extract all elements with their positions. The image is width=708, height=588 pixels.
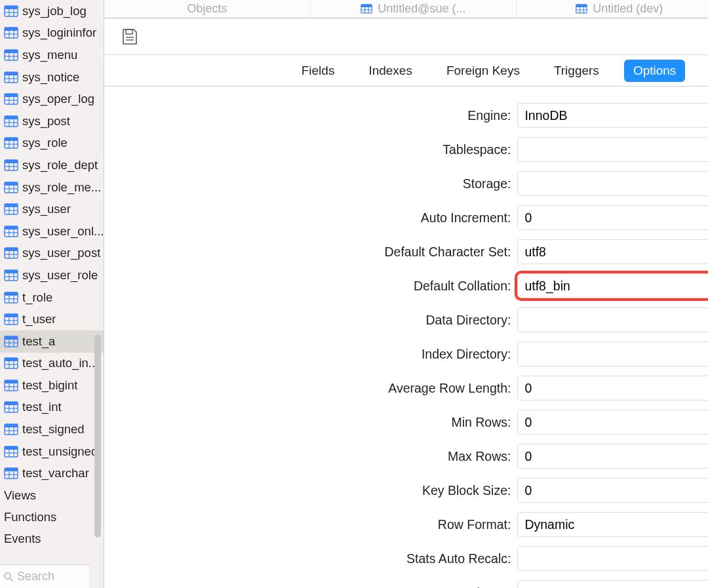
sidebar-table-t_role[interactable]: t_role	[0, 286, 104, 309]
form-row: Default Collation:	[104, 269, 708, 303]
select-default-character-set[interactable]	[517, 239, 708, 264]
sidebar-category-views[interactable]: Views	[0, 484, 104, 506]
select-stats-auto-recalc[interactable]	[517, 546, 708, 571]
search-placeholder: Search	[17, 570, 54, 583]
svg-rect-31	[5, 138, 18, 141]
field-input[interactable]	[518, 104, 708, 127]
table-icon	[4, 203, 18, 215]
table-label: sys_user_onl...	[22, 224, 104, 239]
field-input[interactable]	[518, 308, 708, 332]
field-input[interactable]	[518, 547, 708, 570]
sidebar-table-sys_role_me-[interactable]: sys_role_me...	[0, 176, 104, 199]
sidebar-search[interactable]: Search	[0, 564, 89, 588]
select-default-collation[interactable]	[517, 273, 708, 298]
sidebar-table-sys_user[interactable]: sys_user	[0, 198, 104, 220]
sidebar-table-sys_user_post[interactable]: sys_user_post	[0, 243, 104, 265]
sidebar-category-events[interactable]: Events	[0, 528, 104, 544]
field-input[interactable]	[518, 479, 708, 502]
table-icon	[4, 93, 18, 105]
table-label: test_bigint	[22, 378, 77, 393]
select-engine[interactable]	[517, 103, 708, 128]
table-icon	[4, 49, 18, 61]
form-row: Average Row Length:	[104, 371, 708, 405]
input-data-directory[interactable]	[517, 307, 708, 332]
select-row-format[interactable]	[517, 512, 708, 537]
svg-rect-66	[5, 292, 18, 296]
sidebar-table-test_signed[interactable]: test_signed	[0, 418, 104, 441]
field-label: Stats Auto Recalc:	[104, 551, 517, 566]
subtab-foreign-keys[interactable]: Foreign Keys	[437, 60, 529, 82]
subtab-indexes[interactable]: Indexes	[359, 60, 422, 82]
sidebar-table-sys_user_onl-[interactable]: sys_user_onl...	[0, 220, 104, 243]
sidebar-category-functions[interactable]: Functions	[0, 506, 104, 528]
sidebar-table-test_int[interactable]: test_int	[0, 397, 104, 419]
subtab-fields[interactable]: Fields	[292, 60, 344, 82]
subtab-options[interactable]: Options	[624, 60, 685, 82]
field-input[interactable]	[518, 410, 708, 434]
sidebar-table-sys_role_dept[interactable]: sys_role_dept	[0, 154, 104, 176]
input-key-block-size[interactable]	[517, 478, 708, 503]
search-icon	[3, 571, 14, 583]
input-average-row-length[interactable]	[517, 376, 708, 401]
table-label: test_signed	[22, 422, 85, 437]
sidebar-table-test_a[interactable]: test_a	[0, 330, 104, 353]
sidebar-table-sys_menu[interactable]: sys_menu	[0, 44, 104, 66]
field-input[interactable]	[518, 581, 708, 588]
editor-toolbar	[104, 18, 708, 55]
subtab-triggers[interactable]: Triggers	[545, 60, 608, 82]
svg-rect-113	[361, 5, 372, 7]
sidebar-table-sys_job_log[interactable]: sys_job_log	[0, 0, 104, 22]
subtab-commen[interactable]: Commen	[701, 60, 708, 82]
sidebar-table-sys_notice[interactable]: sys_notice	[0, 66, 104, 88]
sidebar-table-test_varchar[interactable]: test_varchar	[0, 462, 104, 484]
sidebar-table-sys_user_role[interactable]: sys_user_role	[0, 264, 104, 286]
field-input[interactable]	[518, 274, 708, 298]
svg-rect-6	[5, 28, 18, 31]
table-label: test_auto_in...	[22, 356, 98, 370]
field-input[interactable]	[518, 444, 708, 468]
sidebar-scrollbar[interactable]	[94, 334, 101, 538]
input-max-rows[interactable]	[517, 444, 708, 469]
field-label: Data Directory:	[104, 313, 517, 328]
table-icon	[4, 5, 18, 17]
field-input[interactable]	[518, 240, 708, 264]
form-row: Min Rows:	[104, 405, 708, 439]
select-storage[interactable]	[517, 171, 708, 196]
sidebar-table-sys_post[interactable]: sys_post	[0, 110, 104, 132]
table-label: sys_job_log	[22, 4, 87, 18]
field-input[interactable]	[518, 513, 708, 536]
input-index-directory[interactable]	[517, 342, 708, 366]
table-icon	[4, 159, 18, 171]
form-row: Max Rows:	[104, 439, 708, 473]
field-input[interactable]	[518, 342, 708, 366]
select-tablespace[interactable]	[517, 137, 708, 162]
form-row: Key Block Size:	[104, 473, 708, 507]
table-icon	[4, 380, 18, 391]
table-label: sys_user_post	[22, 246, 100, 260]
sidebar-table-test_unsigned[interactable]: test_unsigned	[0, 441, 104, 463]
svg-rect-101	[5, 446, 18, 450]
input-auto-increment[interactable]	[517, 205, 708, 230]
table-icon	[4, 115, 18, 127]
sidebar-table-sys_oper_log[interactable]: sys_oper_log	[0, 88, 104, 110]
sidebar-table-test_bigint[interactable]: test_bigint	[0, 374, 104, 397]
field-input[interactable]	[518, 206, 708, 229]
svg-rect-61	[5, 270, 18, 273]
form-row: Tablespace:	[104, 132, 708, 167]
sidebar-table-sys_logininfor[interactable]: sys_logininfor	[0, 22, 104, 45]
svg-rect-118	[576, 5, 587, 7]
field-input[interactable]	[518, 172, 708, 195]
field-input[interactable]	[518, 376, 708, 400]
field-label: Key Block Size:	[104, 483, 517, 498]
select-stats-persistent[interactable]	[517, 580, 708, 588]
tab-untitled-sue[interactable]: Untitled@sue (...	[311, 0, 517, 18]
field-input[interactable]	[518, 138, 708, 161]
tab-objects[interactable]: Objects	[104, 0, 310, 18]
sidebar-table-t_user[interactable]: t_user	[0, 308, 104, 330]
input-min-rows[interactable]	[517, 410, 708, 435]
sidebar-table-sys_role[interactable]: sys_role	[0, 132, 104, 155]
tab-untitled-dev[interactable]: Untitled (dev)	[517, 0, 708, 18]
sidebar-table-test_auto_in-[interactable]: test_auto_in...	[0, 353, 104, 375]
save-button[interactable]	[121, 27, 138, 47]
main-area: Objects Untitled@sue (... Untitled (dev)	[104, 0, 708, 588]
